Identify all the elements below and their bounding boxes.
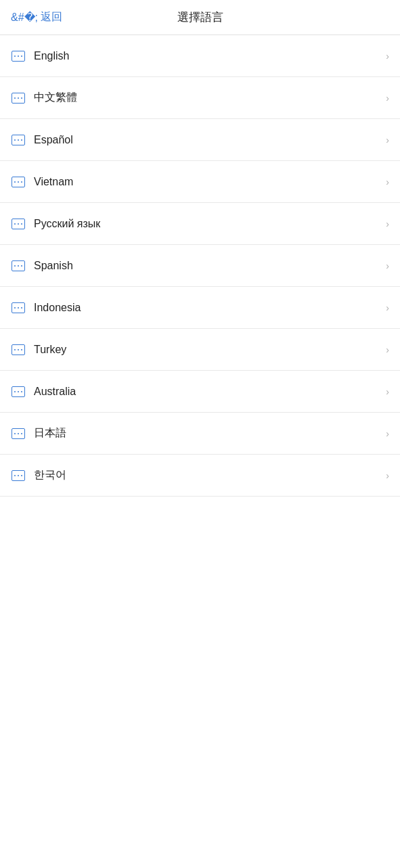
svg-point-27 [21, 307, 22, 309]
language-label: Spanish [34, 260, 380, 272]
language-flag-icon [11, 216, 26, 231]
svg-point-34 [18, 391, 19, 392]
svg-point-2 [18, 55, 19, 57]
language-list: English › 中文繁體 › [0, 35, 400, 497]
back-chevron-icon: &#�; [11, 11, 38, 24]
svg-point-10 [18, 139, 19, 141]
svg-point-13 [14, 181, 16, 183]
language-item-vietnam[interactable]: Vietnam › [0, 161, 400, 203]
svg-point-15 [21, 181, 22, 183]
svg-point-19 [21, 223, 22, 225]
chevron-right-icon: › [386, 177, 389, 187]
language-label: 日本語 [34, 426, 380, 440]
svg-point-37 [14, 433, 16, 434]
language-flag-icon [11, 468, 26, 483]
chevron-right-icon: › [386, 302, 389, 313]
language-flag-icon [11, 49, 26, 64]
svg-point-14 [18, 181, 19, 183]
svg-point-21 [14, 265, 16, 267]
svg-point-25 [14, 307, 16, 309]
chevron-right-icon: › [386, 219, 389, 229]
language-flag-icon [11, 175, 26, 189]
language-item-russian[interactable]: Русский язык › [0, 203, 400, 245]
svg-point-26 [18, 307, 19, 309]
back-button[interactable]: &#�; 返回 [11, 10, 62, 24]
language-flag-icon [11, 91, 26, 106]
svg-point-7 [21, 97, 22, 99]
language-label: Vietnam [34, 176, 380, 188]
back-label: 返回 [41, 10, 62, 24]
chevron-right-icon: › [386, 135, 389, 145]
svg-point-1 [14, 55, 16, 57]
svg-point-23 [21, 265, 22, 267]
language-label: 한국어 [34, 468, 380, 482]
language-label: English [34, 50, 380, 62]
language-flag-icon [11, 258, 26, 273]
language-item-english[interactable]: English › [0, 35, 400, 77]
svg-point-35 [21, 391, 22, 392]
page-header: &#�; 返回 選擇語言 [0, 0, 400, 35]
page-title: 選擇語言 [177, 9, 223, 25]
svg-point-18 [18, 223, 19, 225]
svg-point-43 [21, 475, 22, 476]
language-label: Australia [34, 386, 380, 398]
language-item-traditional-chinese[interactable]: 中文繁體 › [0, 77, 400, 119]
language-label: Русский язык [34, 218, 380, 230]
language-label: Español [34, 134, 380, 146]
language-item-turkey[interactable]: Turkey › [0, 329, 400, 371]
svg-point-11 [21, 139, 22, 141]
chevron-right-icon: › [386, 428, 389, 439]
language-flag-icon [11, 384, 26, 399]
language-item-korean[interactable]: 한국어 › [0, 455, 400, 497]
language-flag-icon [11, 426, 26, 441]
language-item-australia[interactable]: Australia › [0, 371, 400, 413]
svg-point-9 [14, 139, 16, 141]
svg-point-5 [14, 97, 16, 99]
svg-point-6 [18, 97, 19, 99]
svg-point-22 [18, 265, 19, 267]
language-label: 中文繁體 [34, 91, 380, 105]
svg-point-42 [18, 475, 19, 476]
chevron-right-icon: › [386, 344, 389, 355]
svg-point-31 [21, 349, 22, 350]
chevron-right-icon: › [386, 260, 389, 271]
svg-point-39 [21, 433, 22, 434]
language-item-japanese[interactable]: 日本語 › [0, 413, 400, 455]
svg-point-30 [18, 349, 19, 350]
svg-point-33 [14, 391, 16, 392]
language-item-spanish[interactable]: Spanish › [0, 245, 400, 287]
language-flag-icon [11, 133, 26, 147]
language-label: Turkey [34, 344, 380, 356]
language-label: Indonesia [34, 302, 380, 314]
chevron-right-icon: › [386, 93, 389, 104]
language-flag-icon [11, 342, 26, 357]
chevron-right-icon: › [386, 470, 389, 481]
svg-point-41 [14, 475, 16, 476]
chevron-right-icon: › [386, 51, 389, 62]
language-item-indonesia[interactable]: Indonesia › [0, 287, 400, 329]
chevron-right-icon: › [386, 386, 389, 397]
language-item-espanol[interactable]: Español › [0, 119, 400, 161]
svg-point-17 [14, 223, 16, 225]
svg-point-29 [14, 349, 16, 350]
svg-point-38 [18, 433, 19, 434]
svg-point-3 [21, 55, 22, 57]
language-flag-icon [11, 300, 26, 315]
